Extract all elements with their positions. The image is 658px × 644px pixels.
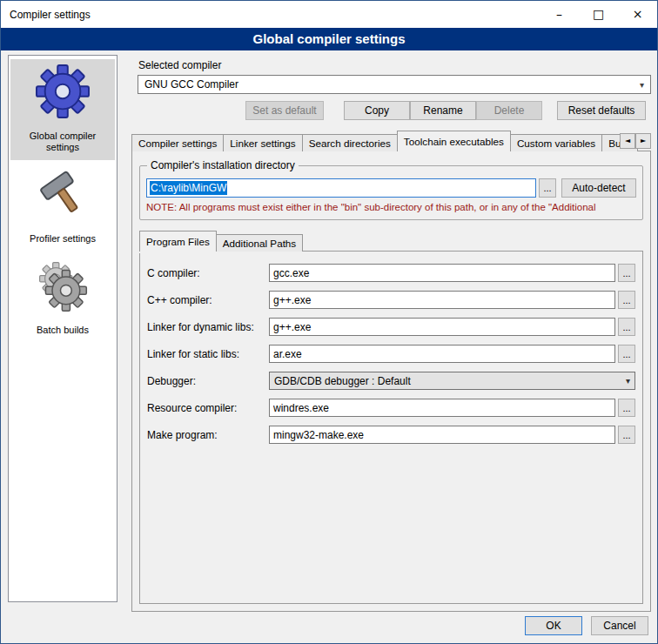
tab-search-directories[interactable]: Search directories	[302, 134, 398, 151]
installation-directory-input[interactable]: C:\raylib\MinGW	[146, 178, 536, 198]
installation-directory-group: Compiler's installation directory C:\ray…	[139, 165, 643, 220]
program-files-panel: C compiler: ... C++ compiler: ...	[139, 251, 643, 604]
set-as-default-button[interactable]: Set as default	[245, 101, 324, 120]
field-label: C compiler:	[147, 267, 269, 279]
ok-button[interactable]: OK	[525, 616, 582, 635]
compiler-settings-dialog: Compiler settings – □ × Global compiler …	[0, 0, 658, 644]
field-label: Make program:	[147, 429, 269, 441]
field-label: Linker for static libs:	[147, 348, 269, 360]
tab-toolchain-executables[interactable]: Toolchain executables	[397, 131, 511, 151]
sidebar-item-profiler-settings[interactable]: Profiler settings	[10, 162, 115, 252]
static-linker-browse-button[interactable]: ...	[618, 345, 635, 363]
static-linker-input[interactable]	[269, 345, 615, 363]
field-row-make-program: Make program: ...	[147, 426, 635, 444]
tab-scroll-right-icon[interactable]: ►	[635, 133, 651, 149]
gray-gear-icon	[36, 258, 90, 312]
blue-gear-icon	[36, 64, 90, 118]
page-title: Global compiler settings	[1, 28, 657, 50]
selected-text: C:\raylib\MinGW	[150, 181, 227, 195]
close-button[interactable]: ×	[618, 1, 657, 28]
sidebar-item-label: Profiler settings	[12, 233, 113, 245]
compiler-select-value: GNU GCC Compiler	[144, 78, 238, 91]
tab-scroll-left-icon[interactable]: ◄	[620, 133, 635, 149]
window-controls: – □ ×	[540, 1, 657, 28]
dialog-content: Global compiler settings Profiler settin…	[1, 50, 657, 643]
resource-compiler-input[interactable]	[269, 399, 615, 417]
field-row-cpp-compiler: C++ compiler: ...	[147, 291, 635, 309]
installation-directory-browse-button[interactable]: ...	[539, 178, 556, 198]
sidebar-item-label: Batch builds	[12, 325, 113, 336]
cpp-compiler-browse-button[interactable]: ...	[618, 291, 635, 309]
make-program-input[interactable]	[269, 426, 615, 444]
compiler-actions: Set as default Copy Rename Delete Reset …	[131, 101, 651, 120]
compiler-select[interactable]: GNU GCC Compiler ▾	[138, 75, 651, 94]
c-compiler-input[interactable]	[269, 264, 615, 282]
field-row-resource-compiler: Resource compiler: ...	[147, 399, 635, 417]
profiler-hammer-icon	[36, 167, 90, 221]
field-label: Linker for dynamic libs:	[147, 321, 269, 333]
chevron-down-icon: ▾	[640, 80, 644, 90]
field-row-debugger: Debugger: GDB/CDB debugger : Default ▾	[147, 372, 635, 390]
tab-scroll-buttons: ◄ ►	[620, 133, 651, 149]
reset-defaults-button[interactable]: Reset defaults	[557, 101, 646, 120]
installation-directory-title: Compiler's installation directory	[147, 159, 299, 171]
cancel-button[interactable]: Cancel	[591, 616, 648, 635]
tab-additional-paths[interactable]: Additional Paths	[216, 234, 303, 252]
sidebar-item-batch-builds[interactable]: Batch builds	[10, 253, 115, 343]
tab-program-files[interactable]: Program Files	[139, 231, 217, 252]
c-compiler-browse-button[interactable]: ...	[618, 264, 635, 282]
main-panel: Selected compiler GNU GCC Compiler ▾ Set…	[131, 54, 651, 612]
make-program-browse-button[interactable]: ...	[618, 426, 635, 444]
settings-sidebar: Global compiler settings Profiler settin…	[8, 55, 118, 602]
field-label: Resource compiler:	[147, 402, 269, 414]
debugger-select[interactable]: GDB/CDB debugger : Default ▾	[269, 372, 635, 390]
dynamic-linker-input[interactable]	[269, 318, 615, 336]
dialog-footer: OK Cancel	[525, 616, 648, 635]
sidebar-item-label: Global compiler settings	[12, 131, 113, 153]
sidebar-item-global-compiler-settings[interactable]: Global compiler settings	[10, 59, 115, 160]
chevron-down-icon: ▾	[626, 376, 630, 386]
tab-linker-settings[interactable]: Linker settings	[223, 134, 302, 151]
resource-compiler-browse-button[interactable]: ...	[618, 399, 635, 417]
bin-subdirectory-note: NOTE: All programs must exist either in …	[146, 202, 636, 212]
selected-compiler-label: Selected compiler	[138, 59, 651, 71]
field-row-dynamic-linker: Linker for dynamic libs: ...	[147, 318, 635, 336]
field-label: C++ compiler:	[147, 294, 269, 306]
delete-button[interactable]: Delete	[476, 101, 542, 120]
titlebar: Compiler settings – □ ×	[1, 1, 657, 28]
window-title: Compiler settings	[10, 9, 91, 21]
tab-compiler-settings[interactable]: Compiler settings	[131, 134, 224, 151]
field-row-c-compiler: C compiler: ...	[147, 264, 635, 282]
toolchain-executables-pane: Compiler's installation directory C:\ray…	[131, 151, 651, 612]
dynamic-linker-browse-button[interactable]: ...	[618, 318, 635, 336]
rename-button[interactable]: Rename	[410, 101, 476, 120]
settings-tabstrip: Compiler settings Linker settings Search…	[131, 131, 651, 151]
minimize-button[interactable]: –	[540, 1, 579, 28]
tab-custom-variables[interactable]: Custom variables	[510, 134, 602, 151]
debugger-select-value: GDB/CDB debugger : Default	[274, 375, 411, 387]
maximize-button[interactable]: □	[579, 1, 618, 28]
field-label: Debugger:	[147, 375, 269, 387]
copy-button[interactable]: Copy	[344, 101, 410, 120]
cpp-compiler-input[interactable]	[269, 291, 615, 309]
program-files-tabstrip: Program Files Additional Paths	[139, 231, 644, 252]
installation-directory-row: C:\raylib\MinGW ... Auto-detect	[146, 178, 636, 198]
field-row-static-linker: Linker for static libs: ...	[147, 345, 635, 363]
autodetect-button[interactable]: Auto-detect	[561, 178, 636, 198]
